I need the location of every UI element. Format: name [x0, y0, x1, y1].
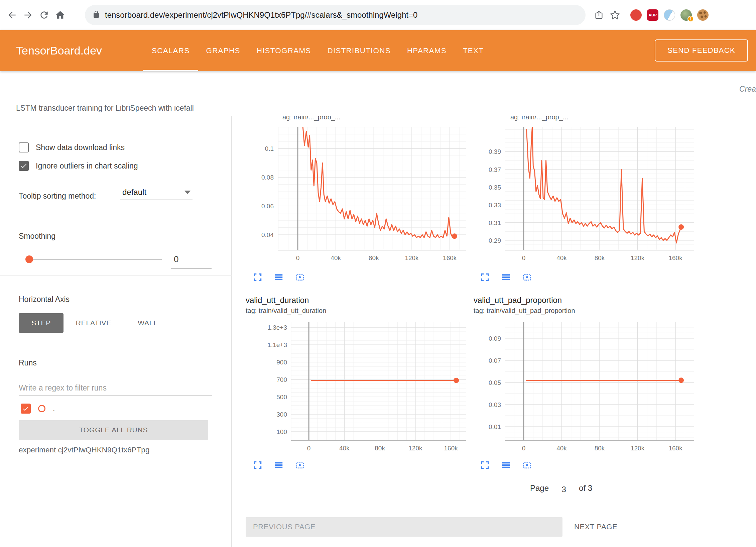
tensorboard-header: TensorBoard.dev SCALARS GRAPHS HISTOGRAM…	[0, 30, 756, 71]
chart-title: valid_utt_duration	[246, 296, 309, 305]
divider	[0, 216, 232, 216]
svg-text:700: 700	[276, 376, 287, 383]
svg-text:40k: 40k	[556, 445, 567, 452]
runs-selector-icon[interactable]	[274, 460, 284, 470]
show-download-links-checkbox[interactable]	[19, 142, 29, 152]
page-of-label: of 3	[579, 483, 592, 493]
reload-icon[interactable]	[38, 9, 50, 21]
smoothing-slider-thumb[interactable]	[25, 255, 33, 263]
chart-toolbar	[480, 460, 532, 470]
svg-text:1.1e+3: 1.1e+3	[267, 341, 287, 348]
experiment-id-label: experiment cj2vtPiwQHKN9Q1tx6PTpg	[19, 446, 149, 454]
svg-text:0.29: 0.29	[489, 237, 501, 244]
cookie-extension-icon[interactable]	[697, 9, 709, 21]
svg-text:0.09: 0.09	[489, 335, 501, 342]
run-checkbox[interactable]	[21, 404, 31, 414]
chart-toolbar	[253, 460, 305, 470]
chart-card: ag: train/..._prop_... 040k80k120k160k0.…	[474, 116, 698, 269]
fit-domain-icon[interactable]	[522, 460, 532, 470]
expand-chart-icon[interactable]	[480, 272, 490, 282]
svg-text:300: 300	[276, 411, 287, 418]
svg-text:500: 500	[276, 394, 287, 401]
ignore-outliers-checkbox[interactable]	[19, 161, 29, 171]
tooltip-sorting-dropdown[interactable]: default	[120, 188, 193, 200]
run-name: .	[53, 404, 55, 413]
scalar-chart[interactable]: 040k80k120k160k0.10.080.060.04	[246, 125, 470, 272]
svg-text:40k: 40k	[556, 254, 567, 261]
created-text-partial: Crea	[739, 85, 756, 94]
runs-selector-icon[interactable]	[501, 272, 511, 282]
share-icon[interactable]	[593, 9, 605, 21]
fit-domain-icon[interactable]	[522, 272, 532, 282]
next-page-button[interactable]: NEXT PAGE	[574, 517, 617, 537]
tab-hparams[interactable]: HPARAMS	[407, 30, 447, 71]
axis-step-button[interactable]: STEP	[19, 313, 64, 333]
svg-text:0: 0	[307, 445, 311, 452]
previous-page-button[interactable]: PREVIOUS PAGE	[246, 517, 562, 537]
forward-icon[interactable]	[22, 9, 34, 21]
page-number-input[interactable]	[552, 485, 576, 497]
svg-text:0.01: 0.01	[489, 423, 501, 430]
tab-graphs[interactable]: GRAPHS	[206, 30, 240, 71]
pagination: Page of 3	[530, 483, 592, 497]
svg-text:120k: 120k	[405, 254, 419, 261]
runs-selector-icon[interactable]	[501, 460, 511, 470]
abp-extension-icon[interactable]: ABP	[647, 9, 658, 21]
adblock-extension-icon[interactable]	[630, 9, 642, 21]
tooltip-sorting-label: Tooltip sorting method:	[19, 192, 96, 201]
toggle-all-runs-button[interactable]: TOGGLE ALL RUNS	[19, 420, 208, 440]
brand-title: TensorBoard.dev	[16, 30, 102, 71]
runs-filter-input[interactable]	[19, 381, 212, 396]
profile-avatar[interactable]: 1	[680, 9, 692, 21]
svg-text:120k: 120k	[631, 445, 645, 452]
fit-domain-icon[interactable]	[295, 272, 305, 282]
chart-card: valid_utt_pad_proportion tag: train/vali…	[474, 296, 698, 469]
back-icon[interactable]	[6, 9, 18, 21]
bookmark-star-icon[interactable]	[609, 9, 621, 21]
ignore-outliers-label: Ignore outliers in chart scaling	[36, 161, 138, 171]
tab-text[interactable]: TEXT	[463, 30, 484, 71]
chart-tag: tag: train/valid_utt_duration	[246, 307, 326, 315]
svg-text:0.04: 0.04	[261, 231, 274, 238]
scalar-chart[interactable]: 040k80k120k160k0.090.070.050.030.01	[474, 320, 698, 463]
chart-card: valid_utt_duration tag: train/valid_utt_…	[246, 296, 470, 469]
browser-toolbar: tensorboard.dev/experiment/cj2vtPiwQHKN9…	[0, 0, 756, 30]
scalar-chart[interactable]: 040k80k120k160k0.390.370.350.330.310.29	[474, 125, 698, 272]
svg-text:120k: 120k	[631, 254, 645, 261]
tab-distributions[interactable]: DISTRIBUTIONS	[328, 30, 391, 71]
smoothing-value-input[interactable]	[171, 250, 212, 269]
home-icon[interactable]	[54, 9, 66, 21]
tab-scalars[interactable]: SCALARS	[152, 30, 190, 71]
svg-text:80k: 80k	[369, 254, 379, 261]
tab-histograms[interactable]: HISTOGRAMS	[257, 30, 311, 71]
lock-icon	[92, 10, 100, 20]
axis-wall-button[interactable]: WALL	[131, 313, 164, 333]
tooltip-sorting-value: default	[122, 188, 146, 197]
blue-extension-icon[interactable]	[664, 9, 675, 21]
experiment-info-bar: Crea LSTM transducer training for LibriS…	[0, 71, 756, 116]
runs-selector-icon[interactable]	[274, 272, 284, 282]
svg-text:160k: 160k	[668, 254, 682, 261]
chart-toolbar	[253, 272, 305, 282]
expand-chart-icon[interactable]	[253, 272, 263, 282]
svg-text:0.07: 0.07	[489, 357, 501, 364]
svg-text:160k: 160k	[443, 254, 457, 261]
fit-domain-icon[interactable]	[295, 460, 305, 470]
svg-text:0: 0	[522, 445, 526, 452]
svg-text:40k: 40k	[339, 445, 350, 452]
send-feedback-button[interactable]: SEND FEEDBACK	[655, 39, 748, 62]
scalar-chart[interactable]: 040k80k120k160k1.3e+31.1e+39007005003001…	[246, 320, 470, 463]
chart-title: valid_utt_pad_proportion	[474, 296, 562, 305]
smoothing-slider-track[interactable]	[29, 259, 162, 260]
chart-card: ag: train/..._prob_... 040k80k120k160k0.…	[246, 116, 470, 269]
page-label: Page	[530, 483, 549, 493]
svg-text:40k: 40k	[331, 254, 341, 261]
chevron-down-icon	[184, 191, 191, 194]
chart-tag-partial: ag: train/..._prop_...	[510, 116, 568, 123]
address-bar[interactable]: tensorboard.dev/experiment/cj2vtPiwQHKN9…	[85, 5, 586, 25]
divider	[0, 347, 232, 347]
svg-text:0.06: 0.06	[261, 203, 274, 210]
expand-chart-icon[interactable]	[253, 460, 263, 470]
axis-relative-button[interactable]: RELATIVE	[68, 313, 119, 333]
expand-chart-icon[interactable]	[480, 460, 490, 470]
